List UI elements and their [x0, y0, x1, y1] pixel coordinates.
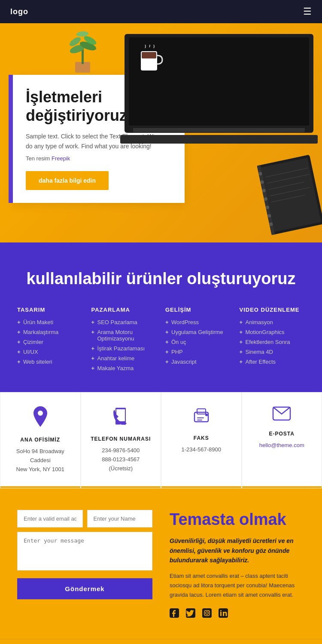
service-list-video: Animasyon MotionGraphics Efektlerden Son…	[240, 319, 305, 365]
svg-rect-33	[197, 417, 204, 418]
message-input[interactable]	[17, 532, 152, 570]
location-icon	[9, 406, 72, 431]
service-heading-dev: GELİŞİM	[165, 307, 231, 313]
svg-point-41	[209, 610, 210, 611]
contact-form: Göndermek	[17, 510, 152, 622]
svg-point-32	[205, 414, 208, 416]
contact-info: Temasta olmak Güvenilirliği, düşük maliy…	[170, 510, 305, 622]
service-column-marketing: PAZARLAMA SEO Pazarlama Arama Motoru Opt…	[91, 307, 157, 375]
instagram-icon[interactable]	[202, 608, 212, 620]
svg-rect-3	[133, 129, 305, 132]
fax-icon	[170, 406, 233, 429]
fax-number: 1-234-567-8900	[170, 445, 233, 454]
submit-button[interactable]: Göndermek	[17, 578, 152, 599]
list-item: Çizimler	[17, 339, 83, 345]
contact-info-description: Etiam sit amet convallis erat – class ap…	[170, 571, 305, 600]
contact-card-email: E-POSTA hello@theme.com	[242, 392, 322, 488]
service-list-marketing: SEO Pazarlama Arama Motoru Optimizasyonu…	[91, 319, 157, 371]
svg-point-44	[220, 610, 222, 611]
contact-card-phone: TELEFON NUMARASI 234-9876-5400 888-0123-…	[81, 392, 161, 488]
list-item: After Effects	[240, 359, 305, 365]
list-item: Arama Motoru Optimizasyonu	[91, 329, 157, 342]
service-column-video: VIDEO DÜZENLEME Animasyon MotionGraphics…	[240, 307, 305, 375]
service-column-dev: GELİŞİM WordPress Uygulama Geliştirme Ön…	[165, 307, 231, 375]
list-item: WordPress	[165, 319, 231, 325]
navbar: logo ☰	[0, 0, 322, 23]
email-icon	[251, 406, 313, 425]
list-item: Ürün Maketi	[17, 319, 83, 325]
list-item: Sinema 4D	[240, 349, 305, 355]
service-list-design: Ürün Maketi Markalaştırma Çizimler UI/UX…	[17, 319, 83, 365]
list-item: Animasyon	[240, 319, 305, 325]
list-item: Javascript	[165, 359, 231, 365]
mug-decoration	[137, 45, 163, 77]
list-item: UI/UX	[17, 349, 83, 355]
service-heading-video: VIDEO DÜZENLEME	[240, 307, 305, 313]
name-input[interactable]	[87, 510, 153, 527]
office-title: ANA OFİSİMİZ	[9, 437, 72, 443]
hero-section: İşletmeleri değiştiriyoruz Sample text. …	[0, 23, 322, 242]
freepik-link[interactable]: Freepik	[52, 155, 70, 162]
email-input[interactable]	[17, 510, 83, 527]
list-item: Efektlerden Sonra	[240, 339, 305, 345]
office-address: SoHo 94 Broadway Caddesi New York, NY 10…	[9, 447, 72, 474]
contact-info-tagline: Güvenilirliği, düşük maliyetli ücretleri…	[170, 536, 305, 565]
hero-credit: Ten resim Freepik	[26, 155, 172, 162]
list-item: İştirak Pazarlaması	[91, 345, 157, 352]
fax-title: FAKS	[170, 435, 233, 441]
form-row-top	[17, 510, 152, 527]
list-item: Web siteleri	[17, 359, 83, 365]
service-column-design: TASARIM Ürün Maketi Markalaştırma Çiziml…	[17, 307, 83, 375]
services-title: kullanılabilir ürünler oluşturuyoruz	[17, 268, 305, 289]
svg-rect-38	[202, 608, 212, 618]
email-title: E-POSTA	[251, 431, 313, 437]
learn-more-button[interactable]: daha fazla bilgi edin	[26, 171, 109, 190]
contact-info-title: Temasta olmak	[170, 510, 305, 530]
svg-rect-34	[197, 420, 202, 420]
logo: logo	[10, 7, 28, 16]
contact-card-fax: FAKS 1-234-567-8900	[161, 392, 242, 488]
notebook-decoration	[257, 154, 322, 239]
list-item: PHP	[165, 349, 231, 355]
service-list-dev: WordPress Uygulama Geliştirme Ön uç PHP …	[165, 319, 231, 365]
service-heading-marketing: PAZARLAMA	[91, 307, 157, 313]
services-section: kullanılabilir ürünler oluşturuyoruz TAS…	[0, 242, 322, 392]
svg-rect-14	[142, 52, 156, 58]
hamburger-menu-icon[interactable]: ☰	[303, 6, 312, 17]
bottom-section: Göndermek Temasta olmak Güvenilirliği, d…	[0, 488, 322, 639]
service-heading-design: TASARIM	[17, 307, 83, 313]
svg-rect-31	[197, 409, 206, 414]
list-item: Uygulama Geliştirme	[165, 329, 231, 335]
svg-rect-2	[120, 135, 318, 144]
linkedin-icon[interactable]	[219, 608, 228, 620]
plant-decoration	[64, 25, 101, 77]
email-address[interactable]: hello@theme.com	[259, 442, 304, 448]
footer: Sample text. Click to select the Text El…	[0, 639, 322, 644]
contact-cards-section: ANA OFİSİMİZ SoHo 94 Broadway Caddesi Ne…	[0, 392, 322, 488]
contact-card-office: ANA OFİSİMİZ SoHo 94 Broadway Caddesi Ne…	[0, 392, 81, 488]
phone-icon	[90, 406, 152, 430]
facebook-icon[interactable]	[170, 608, 179, 620]
list-item: Makale Yazma	[91, 365, 157, 371]
list-item: MotionGraphics	[240, 329, 305, 335]
list-item: SEO Pazarlama	[91, 319, 157, 325]
list-item: Ön uç	[165, 339, 231, 345]
list-item: Markalaştırma	[17, 329, 83, 335]
twitter-icon[interactable]	[186, 608, 195, 620]
list-item: Anahtar kelime	[91, 355, 157, 362]
phone-numbers: 234-9876-5400 888-0123-4567 (Ücretsiz)	[90, 446, 152, 473]
phone-title: TELEFON NUMARASI	[90, 436, 152, 442]
social-icons-row	[170, 608, 305, 620]
svg-rect-43	[220, 612, 222, 616]
services-grid: TASARIM Ürün Maketi Markalaştırma Çiziml…	[17, 307, 305, 375]
